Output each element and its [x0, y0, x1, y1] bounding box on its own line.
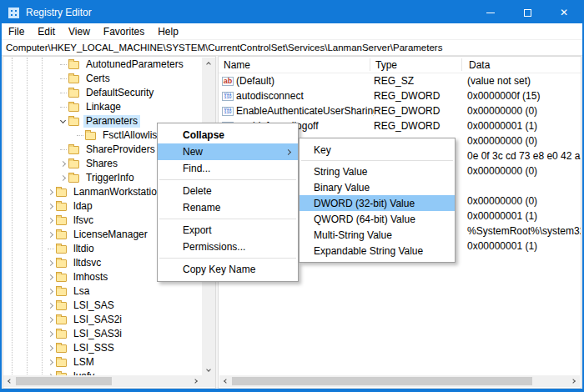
submenu-multi-string-value[interactable]: Multi-String Value [300, 227, 455, 243]
tree-horizontal-scrollbar[interactable] [3, 375, 202, 387]
folder-icon [68, 146, 79, 154]
column-header-data[interactable]: Data [469, 59, 581, 71]
tree-item[interactable]: Linkage [3, 100, 202, 114]
context-menu-copy-key-name[interactable]: Copy Key Name [158, 261, 298, 278]
submenu-dword-value[interactable]: DWORD (32-bit) Value [300, 195, 455, 211]
maximize-icon [524, 9, 531, 17]
minimize-button[interactable] [472, 2, 509, 23]
context-menu-collapse[interactable]: Collapse [158, 127, 298, 143]
column-header-name[interactable]: Name [224, 59, 375, 71]
context-menu: Collapse New Find... Delete Rename Expor… [157, 123, 299, 282]
chevron-collapsed-icon[interactable] [45, 284, 56, 299]
dword-value-icon: 011110 [222, 92, 234, 101]
value-row[interactable]: 011110 autodisconnectREG_DWORD0x0000000f… [219, 88, 581, 103]
chevron-collapsed-icon[interactable] [45, 341, 56, 355]
scrollbar-corner [202, 376, 215, 387]
scroll-right-icon[interactable] [568, 375, 580, 387]
menu-separator [159, 179, 296, 180]
folder-icon [68, 118, 79, 126]
minimize-icon [486, 13, 495, 13]
dotted-connector [58, 58, 68, 72]
context-menu-new[interactable]: New [158, 143, 298, 160]
folder-icon [56, 288, 67, 296]
tree-item[interactable]: AutotunedParameters [3, 58, 202, 72]
folder-icon [56, 316, 67, 324]
folder-icon [68, 174, 79, 183]
chevron-collapsed-icon[interactable] [45, 313, 56, 327]
value-row[interactable]: 011110 EnableAuthenticateUserSharingREG_… [219, 103, 581, 118]
scroll-left-icon[interactable] [3, 375, 15, 387]
values-horizontal-scrollbar[interactable] [219, 375, 580, 387]
string-value-icon: ab [222, 77, 234, 86]
dotted-connector [74, 128, 85, 143]
title-bar: Registry Editor ✕ [2, 2, 582, 23]
registry-editor-window: Registry Editor ✕ File Edit View Favorit… [0, 0, 584, 392]
address-bar[interactable]: Computer\HKEY_LOCAL_MACHINE\SYSTEM\Curre… [2, 40, 582, 56]
column-header-type[interactable]: Type [375, 59, 469, 71]
maximize-button[interactable] [509, 2, 546, 23]
chevron-expanded-icon[interactable] [58, 114, 68, 128]
context-menu-rename[interactable]: Rename [158, 199, 298, 216]
folder-icon [56, 217, 67, 225]
tree-item[interactable]: DefaultSecurity [3, 86, 202, 100]
folder-icon [68, 160, 79, 168]
chevron-collapsed-icon[interactable] [45, 228, 56, 242]
value-row[interactable]: ab (Default)REG_SZ(value not set) [219, 73, 581, 88]
tree-item[interactable]: LSI_SAS2i [3, 313, 202, 327]
chevron-collapsed-icon[interactable] [45, 299, 56, 313]
menu-edit[interactable]: Edit [31, 26, 62, 38]
dotted-connector [58, 100, 68, 114]
chevron-collapsed-icon[interactable] [58, 171, 68, 185]
submenu-binary-value[interactable]: Binary Value [300, 179, 455, 195]
new-submenu: Key String Value Binary Value DWORD (32-… [299, 138, 456, 263]
chevron-collapsed-icon[interactable] [45, 199, 56, 214]
scroll-up-icon[interactable] [203, 58, 214, 69]
tree-item[interactable]: LSI_SAS3i [3, 327, 202, 341]
folder-icon [56, 259, 67, 268]
scrollbar-thumb[interactable] [16, 377, 112, 385]
context-menu-export[interactable]: Export [158, 222, 298, 239]
context-menu-permissions[interactable]: Permissions... [158, 239, 298, 255]
scrollbar-thumb[interactable] [232, 377, 532, 385]
submenu-string-value[interactable]: String Value [300, 163, 455, 179]
folder-icon [68, 89, 79, 98]
registry-app-icon [8, 8, 19, 18]
submenu-arrow-icon [285, 148, 291, 154]
menu-file[interactable]: File [2, 26, 31, 38]
column-divider[interactable] [370, 58, 370, 71]
column-divider[interactable] [461, 58, 462, 71]
menu-help[interactable]: Help [151, 26, 185, 38]
close-button[interactable]: ✕ [546, 2, 582, 23]
tree-item[interactable]: Lsa [3, 284, 202, 299]
chevron-collapsed-icon[interactable] [58, 157, 68, 171]
chevron-collapsed-icon[interactable] [45, 256, 56, 270]
context-menu-delete[interactable]: Delete [158, 183, 298, 199]
submenu-expandable-string-value[interactable]: Expandable String Value [300, 243, 455, 259]
chevron-collapsed-icon[interactable] [45, 355, 56, 369]
context-menu-find[interactable]: Find... [158, 160, 298, 177]
submenu-qword-value[interactable]: QWORD (64-bit) Value [300, 211, 455, 227]
submenu-key[interactable]: Key [300, 142, 455, 158]
dotted-connector [45, 242, 56, 256]
tree-item[interactable]: Certs [3, 72, 202, 86]
menu-bar: File Edit View Favorites Help [2, 23, 582, 40]
scroll-left-icon[interactable] [219, 375, 231, 387]
chevron-collapsed-icon[interactable] [45, 270, 56, 284]
dotted-connector [58, 72, 68, 86]
scroll-down-icon[interactable] [203, 364, 214, 376]
tree-item[interactable]: LSI_SAS [3, 299, 202, 313]
folder-icon [56, 359, 67, 367]
menu-view[interactable]: View [62, 26, 97, 38]
folder-icon [85, 132, 96, 140]
dotted-connector [58, 143, 68, 157]
menu-favorites[interactable]: Favorites [97, 26, 151, 38]
menu-separator [301, 160, 453, 161]
tree-item[interactable]: LSM [3, 355, 202, 369]
tree-item[interactable]: LSI_SSS [3, 341, 202, 355]
folder-icon [56, 302, 67, 310]
dword-value-icon: 011110 [222, 107, 234, 116]
chevron-collapsed-icon[interactable] [45, 214, 56, 228]
chevron-collapsed-icon[interactable] [45, 327, 56, 341]
chevron-collapsed-icon[interactable] [45, 185, 56, 199]
scroll-right-icon[interactable] [190, 375, 202, 387]
